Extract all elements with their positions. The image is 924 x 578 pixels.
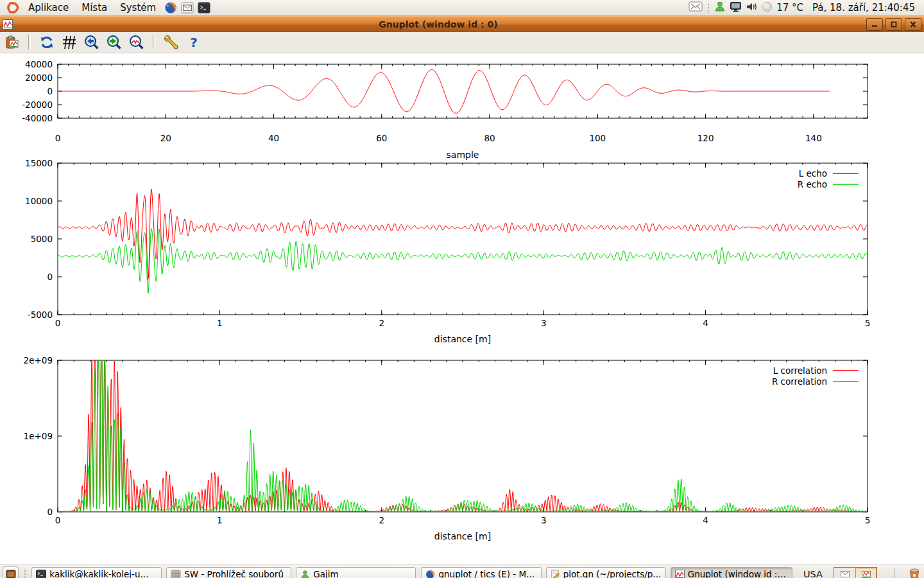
settings-wrench-button[interactable] <box>163 34 180 51</box>
svg-text:?: ? <box>190 35 198 50</box>
axis-text: 1 <box>217 318 223 328</box>
axis-text: 2 <box>379 515 385 525</box>
axis-text: 3 <box>541 318 547 328</box>
series-r-correlation <box>58 360 868 512</box>
axis-text: 20 <box>160 133 171 143</box>
ubuntu-logo-icon[interactable] <box>6 1 20 15</box>
ytick-label: 15000 <box>25 158 53 168</box>
task-gajim[interactable]: Gajim <box>296 567 416 578</box>
minimize-button[interactable] <box>866 18 883 31</box>
toolbar-separator <box>153 35 155 49</box>
axis-text: 5 <box>865 515 871 525</box>
terminal-launcher-icon[interactable] <box>198 2 210 13</box>
ytick-label: -40000 <box>22 113 53 123</box>
ytick-label: 20000 <box>25 73 53 83</box>
volume-icon[interactable] <box>746 1 758 15</box>
workspace-1[interactable] <box>834 568 855 578</box>
replot-button[interactable] <box>38 34 55 51</box>
gnuplot-canvas[interactable]: 020406080100120140-40000-200000200004000… <box>0 53 924 565</box>
chart-0: 020406080100120140-40000-200000200004000… <box>22 59 868 161</box>
copy-to-clipboard-button[interactable] <box>4 34 21 51</box>
ytick-label: -5000 <box>28 310 53 320</box>
weather-icon[interactable] <box>762 1 773 15</box>
ytick-label: 5000 <box>31 234 53 244</box>
series-l-correlation <box>58 360 868 512</box>
legend-label: L echo <box>799 168 827 179</box>
ytick-label: -20000 <box>22 100 53 110</box>
desktop: Aplikace Místa Systém <box>0 0 924 578</box>
axis-text: 60 <box>376 133 387 143</box>
plots-svg[interactable]: 020406080100120140-40000-200000200004000… <box>0 53 924 562</box>
tray-handle[interactable] <box>706 2 710 13</box>
legend-label: L correlation <box>773 365 827 376</box>
window-title: Gnuplot (window id : 0) <box>13 19 864 30</box>
axis-text: distance [m] <box>434 334 491 344</box>
plot-border <box>58 360 868 512</box>
axis-text: 120 <box>697 133 714 143</box>
task-label: kaklik@kaklik-kolej-u... <box>49 569 148 578</box>
axis-text: 5 <box>865 318 871 328</box>
mail-notification-icon[interactable] <box>689 1 703 14</box>
axis-text: 80 <box>484 133 495 143</box>
zoom-previous-button[interactable] <box>83 34 100 51</box>
ytick-label: 10000 <box>25 196 53 206</box>
help-button[interactable]: ? <box>185 34 202 51</box>
axis-text: 3 <box>541 515 547 525</box>
close-button[interactable] <box>905 18 921 31</box>
gajim-status-icon[interactable] <box>714 1 726 15</box>
legend-label: R echo <box>798 179 827 189</box>
task-gnuplot[interactable]: Gnuplot (window id : 0) <box>671 567 792 578</box>
axis-text: 4 <box>703 515 708 525</box>
ytick-label: 1e+09 <box>24 431 53 441</box>
window-icon[interactable] <box>3 19 13 30</box>
firefox-launcher-icon[interactable] <box>164 1 177 14</box>
clock-label[interactable]: Pá, 18. září, 21:40:45 <box>812 2 915 13</box>
task-file-manager[interactable]: SW - Prohlížeč souborů <box>166 567 291 578</box>
axis-text: 2 <box>379 318 385 328</box>
ytick-label: 40000 <box>25 59 53 69</box>
ytick-label: 0 <box>47 272 53 282</box>
menu-applications[interactable]: Aplikace <box>22 1 75 15</box>
mail-launcher-icon[interactable] <box>181 2 194 13</box>
task-label: Gajim <box>313 569 338 578</box>
axis-text: 0 <box>55 318 61 328</box>
unzoom-all-button[interactable] <box>128 34 145 51</box>
temperature-label[interactable]: 17 °C <box>776 2 803 13</box>
task-text-editor[interactable]: plot.gn (~/projects/p... <box>546 567 666 578</box>
axis-text: 1 <box>217 515 223 525</box>
task-label: plot.gn (~/projects/p... <box>563 569 662 578</box>
ytick-label: 0 <box>47 86 53 96</box>
toggle-grid-button[interactable] <box>61 34 78 51</box>
workspace-2[interactable] <box>855 568 877 578</box>
gnuplot-toolbar: ? <box>0 32 924 53</box>
axis-text: 4 <box>703 318 708 328</box>
gnuplot-titlebar[interactable]: Gnuplot (window id : 0) <box>0 16 924 32</box>
axis-text: 0 <box>55 515 61 525</box>
axis-text: 100 <box>589 133 606 143</box>
ytick-label: 2e+09 <box>24 355 53 365</box>
axis-text: 0 <box>55 133 61 143</box>
axis-text: sample <box>447 150 479 160</box>
maximize-button[interactable] <box>886 18 902 31</box>
show-desktop-button[interactable] <box>3 566 19 578</box>
toolbar-separator <box>28 35 31 49</box>
menu-places[interactable]: Místa <box>75 1 114 15</box>
series-l-echo <box>58 189 868 279</box>
zoom-next-button[interactable] <box>106 34 123 51</box>
ytick-label: 0 <box>47 507 53 517</box>
trash-icon[interactable] <box>909 568 920 578</box>
chart-2: 01234501e+092e+09distance [m]L correlati… <box>24 355 871 542</box>
taskbar-separator <box>894 568 895 578</box>
gnome-bottom-panel: kaklik@kaklik-kolej-u... SW - Prohlížeč … <box>0 565 924 578</box>
task-label: Gnuplot (window id : 0) <box>688 569 788 578</box>
display-settings-icon[interactable] <box>730 1 742 15</box>
taskbar-handle[interactable] <box>23 568 27 578</box>
keyboard-layout-indicator[interactable]: USA <box>797 569 829 578</box>
series-series <box>58 69 830 113</box>
menu-system[interactable]: Systém <box>114 1 162 15</box>
task-firefox[interactable]: gnuplot / tics (E) - M... <box>421 567 541 578</box>
axis-text: 40 <box>268 133 279 143</box>
task-terminal[interactable]: kaklik@kaklik-kolej-u... <box>31 567 162 578</box>
workspace-switcher <box>834 567 877 578</box>
series-r-echo <box>58 229 868 293</box>
